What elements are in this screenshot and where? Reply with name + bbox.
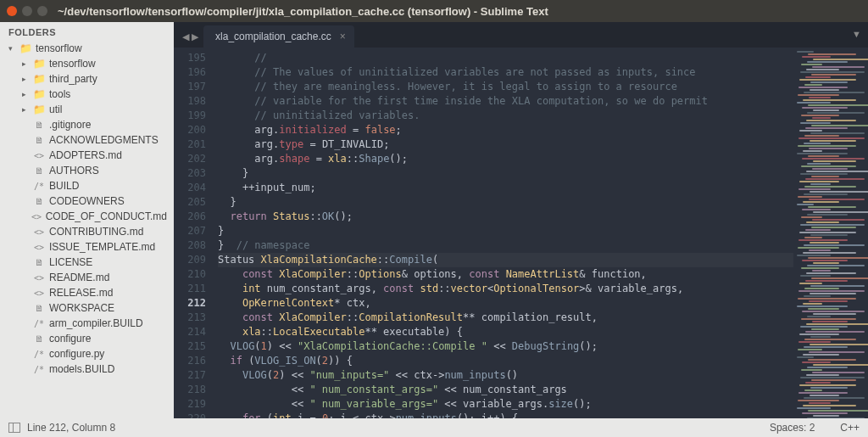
file-item[interactable]: .gitignore	[5, 117, 170, 132]
tree-item-label: configure	[49, 333, 91, 345]
folder-icon	[32, 58, 46, 70]
status-syntax[interactable]: C++	[840, 422, 860, 434]
window-controls	[7, 6, 47, 16]
file-icon	[32, 243, 46, 252]
line-number-gutter[interactable]: 1951961971981992002012022032042052062072…	[174, 48, 214, 418]
file-icon	[32, 135, 46, 145]
file-item[interactable]: CONTRIBUTING.md	[5, 224, 170, 239]
file-item[interactable]: ADOPTERS.md	[5, 148, 170, 163]
file-icon	[32, 350, 46, 359]
tree-item-label: third_party	[49, 73, 97, 85]
file-icon	[32, 289, 46, 298]
tree-item-label: CODEOWNERS	[49, 195, 125, 207]
file-icon	[31, 212, 42, 221]
file-icon	[32, 120, 46, 130]
window-titlebar: ~/dev/tensorflow/tensorflow/compiler/jit…	[0, 0, 868, 22]
tree-item-label: CODE_OF_CONDUCT.md	[46, 210, 167, 222]
file-item[interactable]: AUTHORS	[5, 163, 170, 178]
tree-item-label: BUILD	[49, 180, 79, 192]
file-icon	[32, 196, 46, 206]
file-item[interactable]: models.BUILD	[5, 361, 170, 377]
file-item[interactable]: CODE_OF_CONDUCT.md	[5, 209, 170, 224]
folder-icon	[32, 104, 46, 115]
file-tab[interactable]: xla_compilation_cache.cc ×	[203, 25, 354, 48]
tree-item-label: arm_compiler.BUILD	[49, 317, 143, 329]
file-item[interactable]: BUILD	[5, 178, 170, 193]
folder-item[interactable]: ▸util	[5, 102, 170, 117]
file-item[interactable]: RELEASE.md	[5, 285, 170, 300]
code-editor[interactable]: // // The values of uninitialized variab…	[214, 48, 793, 418]
folder-item[interactable]: ▸tensorflow	[5, 56, 170, 71]
file-icon	[32, 273, 46, 283]
close-button[interactable]	[7, 6, 17, 16]
tree-item-label: README.md	[49, 272, 109, 283]
folder-icon	[32, 73, 46, 85]
tree-item-label: tensorflow	[36, 42, 82, 54]
file-icon	[32, 182, 46, 191]
maximize-button[interactable]	[37, 6, 47, 16]
folder-icon	[19, 42, 32, 54]
tree-item-label: .gitignore	[49, 119, 91, 131]
status-indentation[interactable]: Spaces: 2	[770, 422, 815, 434]
folder-item[interactable]: ▸tools	[5, 87, 170, 102]
file-item[interactable]: WORKSPACE	[5, 300, 170, 316]
tree-item-label: RELEASE.md	[49, 287, 113, 299]
file-item[interactable]: ACKNOWLEDGMENTS	[5, 132, 170, 148]
file-icon	[32, 333, 46, 344]
tree-item-label: ADOPTERS.md	[49, 149, 122, 161]
folder-item[interactable]: ▸third_party	[5, 71, 170, 87]
tab-nav-arrows[interactable]: ◀ ▶	[179, 31, 203, 48]
tree-item-label: ACKNOWLEDGMENTS	[49, 134, 159, 146]
file-item[interactable]: CODEOWNERS	[5, 193, 170, 209]
file-icon	[32, 319, 46, 328]
folder-icon	[32, 88, 46, 100]
minimap[interactable]	[793, 48, 868, 418]
tree-item-label: configure.py	[49, 348, 104, 360]
file-icon	[32, 151, 46, 160]
file-item[interactable]: ISSUE_TEMPLATE.md	[5, 239, 170, 255]
tree-item-label: CONTRIBUTING.md	[49, 226, 143, 238]
file-item[interactable]: LICENSE	[5, 255, 170, 270]
tree-item-label: models.BUILD	[49, 363, 114, 375]
folder-item[interactable]: ▾tensorflow	[5, 41, 170, 56]
file-item[interactable]: configure	[5, 331, 170, 346]
tab-menu-icon[interactable]: ▼	[852, 29, 861, 39]
file-item[interactable]: README.md	[5, 270, 170, 285]
file-icon	[32, 365, 46, 374]
window-title: ~/dev/tensorflow/tensorflow/compiler/jit…	[58, 5, 548, 18]
tree-item-label: LICENSE	[49, 256, 92, 268]
file-icon	[32, 165, 46, 176]
file-icon	[32, 303, 46, 313]
tab-bar: ◀ ▶ xla_compilation_cache.cc × ▼	[174, 22, 868, 48]
close-icon[interactable]: ×	[340, 31, 346, 42]
minimize-button[interactable]	[22, 6, 32, 16]
tree-item-label: util	[49, 104, 62, 115]
status-position[interactable]: Line 212, Column 8	[27, 422, 115, 434]
tree-item-label: tensorflow	[49, 58, 96, 70]
tree-item-label: tools	[49, 88, 70, 100]
status-bar: Line 212, Column 8 Spaces: 2 C++	[0, 418, 868, 437]
tree-item-label: AUTHORS	[49, 165, 99, 176]
folder-tree[interactable]: ▾tensorflow▸tensorflow▸third_party▸tools…	[0, 41, 174, 418]
file-item[interactable]: configure.py	[5, 346, 170, 361]
editor-area: ◀ ▶ xla_compilation_cache.cc × ▼ 1951961…	[174, 22, 868, 418]
folders-sidebar: FOLDERS ▾tensorflow▸tensorflow▸third_par…	[0, 22, 174, 418]
sidebar-header: FOLDERS	[0, 22, 174, 41]
tree-item-label: WORKSPACE	[49, 302, 114, 314]
file-icon	[32, 227, 46, 237]
tree-item-label: ISSUE_TEMPLATE.md	[49, 241, 155, 253]
file-icon	[32, 257, 46, 267]
tab-label: xla_compilation_cache.cc	[215, 31, 331, 42]
panel-toggle-icon[interactable]	[8, 423, 20, 433]
file-item[interactable]: arm_compiler.BUILD	[5, 316, 170, 331]
